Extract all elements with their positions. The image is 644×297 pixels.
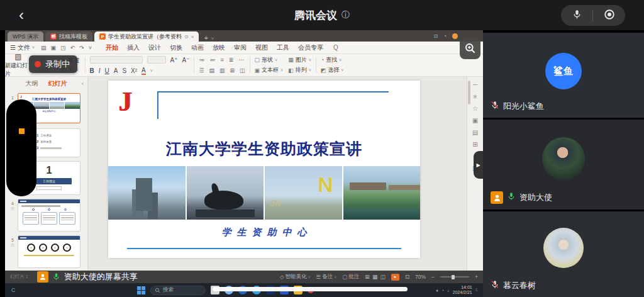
shape-button[interactable]: ▢形状˅ <box>252 55 286 65</box>
ribbon-search-icon[interactable]: Q <box>333 44 338 51</box>
participant-tile-1[interactable]: 鲨鱼 阳光小鲨鱼 <box>483 33 644 118</box>
columns-icon[interactable]: ⊞ <box>230 67 235 74</box>
panel-expand-handle[interactable]: ▶ <box>474 151 483 179</box>
record-icon[interactable] <box>604 9 615 23</box>
wps-home-tab[interactable]: WPS 演示 <box>8 31 43 42</box>
outdent-icon[interactable]: ≡ <box>220 57 223 63</box>
microphone-icon[interactable] <box>572 9 582 22</box>
collapse-panel-icon[interactable]: ‹ <box>82 80 84 87</box>
share-horizontal-scrollbar[interactable] <box>213 287 408 291</box>
ribbon-tab-animation[interactable]: 动画 <box>191 43 204 52</box>
properties-icon[interactable]: ≡ <box>474 94 477 100</box>
zoom-in-button[interactable]: + <box>475 274 478 280</box>
participant-tile-2[interactable]: 资助大使 <box>483 120 644 210</box>
char-format-button[interactable]: A <box>114 67 118 74</box>
taskbar-clock[interactable]: 14:01 2024/2/21 <box>453 285 472 295</box>
slide-canvas[interactable]: J 江南大学学生资助政策宣讲 JNN 学生资助中心 <box>88 77 467 271</box>
ribbon-tab-member[interactable]: 会员专享 <box>298 43 323 52</box>
pin-tab-icon[interactable]: ⊙ <box>184 34 189 40</box>
zoom-slider[interactable] <box>440 276 469 277</box>
ribbon-tab-design[interactable]: 设计 <box>148 43 161 52</box>
line-spacing-icon[interactable]: ⋯ <box>238 57 244 63</box>
font-color-button[interactable]: A <box>142 67 146 75</box>
recording-badge[interactable]: 录制中 <box>29 55 77 73</box>
zoom-slider-thumb[interactable] <box>452 275 455 279</box>
collapse-rail-icon[interactable]: ─ <box>473 82 477 88</box>
fullscreen-icon[interactable]: ⊡ <box>405 274 409 280</box>
star-icon[interactable]: ☆ <box>9 206 16 211</box>
tray-icon[interactable]: ◔ <box>441 288 444 293</box>
taskbar-search[interactable]: 搜索 <box>150 286 206 295</box>
picture-button[interactable]: ▦图片˅ <box>286 55 314 65</box>
find-button[interactable]: ◔查找˅ <box>318 55 347 65</box>
new-slide-button[interactable]: ▧ 新建幻灯片 <box>5 54 31 76</box>
italic-button[interactable]: I <box>99 67 101 74</box>
font-family-select[interactable] <box>90 56 143 64</box>
superscript-button[interactable]: X² <box>131 67 137 74</box>
align-left-icon[interactable]: ☰ <box>199 67 204 74</box>
decrease-font-icon[interactable]: A⁻ <box>182 57 189 64</box>
tab-outline[interactable]: 大纲 <box>26 79 38 88</box>
quick-caret-icon[interactable]: ˅ <box>89 45 92 51</box>
layout-rail-icon[interactable]: ▤ <box>472 130 478 136</box>
zoom-out-button[interactable]: − <box>431 274 435 280</box>
taskbar-widget-icon[interactable]: C <box>11 287 16 293</box>
window-layout-icon[interactable]: ⊡ <box>433 33 438 39</box>
slide-thumbnail-4[interactable] <box>18 199 80 232</box>
text-direction-icon[interactable]: ◫ <box>240 67 245 74</box>
gallery-icon[interactable]: ▣ <box>472 118 478 124</box>
tray-icon[interactable]: ♪ <box>447 288 450 293</box>
ribbon-tab-insert[interactable]: 插入 <box>127 43 140 52</box>
tray-icon[interactable]: ♦ <box>436 288 438 293</box>
save-icon[interactable]: ▤ <box>41 45 47 51</box>
window-sync-icon[interactable]: ◔ <box>443 33 447 39</box>
vertical-scrollbar[interactable] <box>468 81 470 104</box>
wps-account-avatar[interactable] <box>452 33 458 39</box>
ribbon-tab-transition[interactable]: 切换 <box>170 43 182 52</box>
comment-button[interactable]: ▢批注 <box>342 273 359 281</box>
tab-slides[interactable]: 幻灯片 <box>48 79 67 88</box>
font-size-select[interactable] <box>147 56 166 64</box>
numbered-list-icon[interactable]: ≕ <box>209 57 215 63</box>
slideshow-play-button[interactable]: ▸ <box>391 274 399 281</box>
wps-document-tab-active[interactable]: P 学生资助政策宣讲（参考资料 ⊙ × <box>94 31 199 42</box>
floating-toolbar-overlay[interactable] <box>6 99 36 196</box>
align-right-icon[interactable]: ▥ <box>219 67 225 74</box>
bold-button[interactable]: B <box>90 67 94 74</box>
current-slide[interactable]: J 江南大学学生资助政策宣讲 JNN 学生资助中心 <box>108 81 420 258</box>
ribbon-tab-view[interactable]: 视图 <box>255 43 268 52</box>
reading-view-icon[interactable]: ◫ <box>380 274 386 280</box>
print-icon[interactable]: ▣ <box>51 45 57 51</box>
redo-icon[interactable]: ↷ <box>79 45 84 51</box>
participant-tile-3[interactable]: 暮云春树 <box>483 211 644 297</box>
ribbon-tab-home[interactable]: 开始 <box>106 43 118 52</box>
underline-button[interactable]: U <box>105 67 109 74</box>
bullet-list-icon[interactable]: ≔ <box>199 57 204 63</box>
notes-button[interactable]: ☰备注˅ <box>316 273 337 281</box>
ribbon-tab-tools[interactable]: 工具 <box>277 43 289 52</box>
undo-icon[interactable]: ↶ <box>70 45 75 51</box>
smart-beautify-button[interactable]: ◇智能美化˅ <box>280 273 311 281</box>
close-tab-icon[interactable]: × <box>191 34 194 40</box>
new-tab-button[interactable]: + <box>204 34 208 42</box>
screen-share-view[interactable]: WPS 演示 稻 找稿库模板 P 学生资助政策宣讲（参考资料 ⊙ × + ˅ ⊡… <box>5 30 483 297</box>
textbox-button[interactable]: ▣文本框˅ <box>252 65 286 75</box>
preview-icon[interactable]: ◳ <box>60 45 66 51</box>
arrange-button[interactable]: ◧排列˅ <box>286 65 314 75</box>
font-color-caret-icon[interactable]: ˅ <box>150 69 153 73</box>
favorites-icon[interactable]: ☆ <box>472 106 478 112</box>
meeting-info-icon[interactable]: ⓘ <box>341 9 350 21</box>
grid-rail-icon[interactable]: ⊞ <box>472 142 477 148</box>
notification-icon[interactable]: ☾ <box>475 288 479 293</box>
increase-font-icon[interactable]: A⁺ <box>170 57 178 64</box>
windows-start-button[interactable] <box>137 286 145 294</box>
star-icon[interactable]: ☆ <box>9 242 16 248</box>
indent-icon[interactable]: ≣ <box>229 57 234 63</box>
normal-view-icon[interactable]: ⊞ <box>365 274 370 280</box>
ribbon-tab-review[interactable]: 审阅 <box>234 43 247 52</box>
align-center-icon[interactable]: ▤ <box>209 67 215 74</box>
sorter-view-icon[interactable]: ▦ <box>372 274 378 280</box>
tab-list-caret-icon[interactable]: ˅ <box>211 36 214 42</box>
file-menu[interactable]: ☰ 文件 ˅ <box>10 43 35 52</box>
wps-template-tab[interactable]: 稻 找稿库模板 <box>45 31 92 42</box>
